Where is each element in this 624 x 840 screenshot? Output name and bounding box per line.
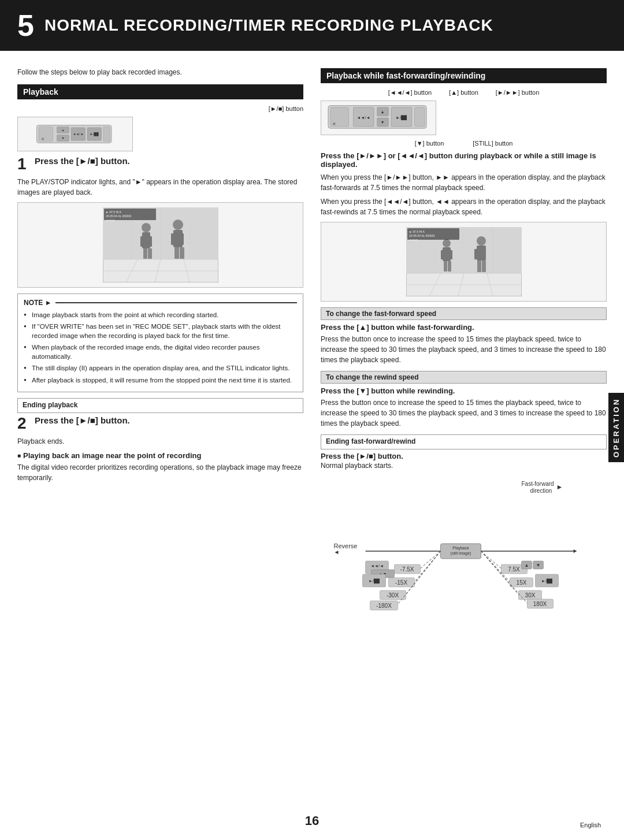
note-item-2: If "OVER WRITE" has been set in "REC MOD… [24,322,297,340]
svg-text:► 97.5  HI  A: ► 97.5 HI A [409,230,425,233]
svg-rect-67 [448,250,452,259]
device-svg-small: ▲ ▼ ◄◄/◄ ►/██ [23,122,128,146]
svg-rect-28 [143,248,147,259]
btn-down-label: [▼] button [415,140,444,147]
chapter-header: 5 NORMAL RECORDING/TIMER RECORDING PLAYB… [0,0,624,51]
speed-diagram: Reverse ◄ Fast-forward direction ► Playb… [321,479,607,641]
left-column: Follow the steps below to play back reco… [17,68,303,641]
step-2-title: Press the [►/■] button. [35,415,303,425]
ff-section-header: Playback while fast-forwarding/rewinding [321,68,607,83]
svg-text:◄◄/◄: ◄◄/◄ [73,132,83,136]
chapter-title: NORMAL RECORDING/TIMER RECORDING PLAYBAC… [44,16,493,35]
btn-still-label: [STILL] button [473,140,512,147]
svg-rect-69 [448,261,451,272]
svg-text:20-05-04  AL  000001: 20-05-04 AL 000001 [409,234,435,237]
note-box: NOTE ► Image playback starts from the po… [17,293,303,392]
step-1-number: 1 [17,156,30,172]
svg-text:direction: direction [530,488,552,494]
press-body-1: When you press the [►/►►] button, ►► app… [321,172,607,193]
rewind-speed-body: Press the button once to increase the sp… [321,397,607,429]
svg-rect-74 [477,261,481,272]
svg-text:180X: 180X [533,601,547,607]
ff-speed-title: To change the fast-forward speed [326,310,436,318]
svg-text:Playback: Playback [452,546,469,551]
rewind-speed-title: To change the rewind speed [326,373,418,381]
svg-text:▼: ▼ [536,563,541,568]
ending-ff-body: Normal playback starts. [321,460,607,471]
device-illustration-right: ◄◄/◄ ▲ ▼ ►/██ [321,101,436,135]
note-label: NOTE ► [24,299,52,307]
btn-right-label: [►/►►] button [496,89,539,96]
svg-line-90 [481,551,502,568]
bottom-btn-labels: [▼] button [STILL] button [321,140,607,147]
step-2-body: Playback ends. [17,436,303,447]
svg-rect-1 [39,127,53,141]
svg-text:▲: ▲ [525,563,529,568]
svg-point-42 [333,122,336,125]
svg-point-30 [173,220,183,230]
scene-illustration-left: ► 97.5 HI A 20-05-04 AL 000001 12:38:37 [17,202,303,288]
scene-svg-left: ► 97.5 HI A 20-05-04 AL 000001 12:38:37 [103,207,218,283]
step-1: 1 Press the [►/■] button. [17,156,303,172]
svg-text:▲: ▲ [61,128,65,132]
step-2: 2 Press the [►/■] button. [17,415,303,432]
sub-heading: Playing back an image near the point of … [17,451,303,460]
right-column: Playback while fast-forwarding/rewinding… [321,68,607,641]
svg-text:◄: ◄ [334,549,340,555]
scene-illustration-right: ► 97.5 HI A 20-05-04 AL 000001 12:38:37 [321,222,607,302]
svg-text:15X: 15X [517,579,527,586]
btn-left-label: [◄◄/◄] button [388,89,432,96]
ending-title: Ending playback [23,401,298,409]
svg-text:►/██: ►/██ [90,132,98,136]
svg-text:► 97.5  HI  A: ► 97.5 HI A [106,210,122,214]
press-body-2: When you press the [◄◄/◄] button, ◄◄ app… [321,196,607,217]
step-2-content: Press the [►/■] button. [35,415,303,425]
sub-body: The digital video recorder prioritizes r… [17,462,303,483]
note-item-4: The still display (II) appears in the op… [24,363,297,373]
step-1-content: Press the [►/■] button. [35,156,303,166]
operation-tab: OPERATION [608,393,624,462]
ending-ff-press: Press the [►/■] button. [321,452,607,460]
svg-text:-15X: -15X [395,579,407,586]
page-container: 5 NORMAL RECORDING/TIMER RECORDING PLAYB… [0,0,624,840]
ending-ff-title: Ending fast-forward/rewind [326,437,601,445]
ff-speed-header: To change the fast-forward speed [321,307,607,320]
svg-rect-34 [174,247,179,259]
rewind-speed-press: Press the [▼] button while rewinding. [321,386,607,395]
svg-text:(still image): (still image) [451,551,471,556]
svg-text:►: ► [556,483,563,491]
svg-rect-51 [415,107,425,127]
svg-rect-35 [180,247,184,259]
chapter-number: 5 [17,10,34,40]
svg-rect-72 [474,249,479,259]
ff-section-title: Playback while fast-forwarding/rewinding [326,71,485,80]
playback-section-title: Playback [23,87,58,96]
svg-text:30X: 30X [525,592,536,599]
english-label: English [580,822,601,828]
svg-text:12:38:37: 12:38:37 [106,219,115,222]
device-illustration-small: ▲ ▼ ◄◄/◄ ►/██ [17,117,133,151]
intro-text: Follow the steps below to play back reco… [17,68,303,76]
svg-text:▲: ▲ [381,110,385,114]
svg-rect-26 [140,236,145,247]
svg-text:20-05-04  AL  000001: 20-05-04 AL 000001 [106,214,132,218]
svg-marker-86 [574,549,577,553]
note-item-1: Image playback starts from the point at … [24,310,297,319]
page-number: 16 [305,813,319,828]
svg-rect-73 [481,249,486,259]
device-svg-right: ◄◄/◄ ▲ ▼ ►/██ [326,98,431,138]
svg-point-24 [142,223,151,232]
speed-diagram-svg: Reverse ◄ Fast-forward direction ► Playb… [321,479,607,635]
press-instruction: Press the [►/►►] or [◄◄/◄] button during… [321,151,607,169]
svg-point-70 [477,236,486,246]
svg-rect-66 [441,250,445,259]
button-labels-row: [◄◄/◄] button [▲] button [►/►►] button [321,89,607,96]
content-area: Follow the steps below to play back reco… [0,68,624,641]
svg-rect-33 [179,233,184,245]
svg-rect-68 [444,261,447,272]
note-header: NOTE ► [24,299,297,307]
svg-rect-75 [482,261,486,272]
svg-rect-32 [171,233,176,245]
ending-box: Ending playback [17,398,303,413]
svg-text:◄◄/◄: ◄◄/◄ [370,564,384,568]
